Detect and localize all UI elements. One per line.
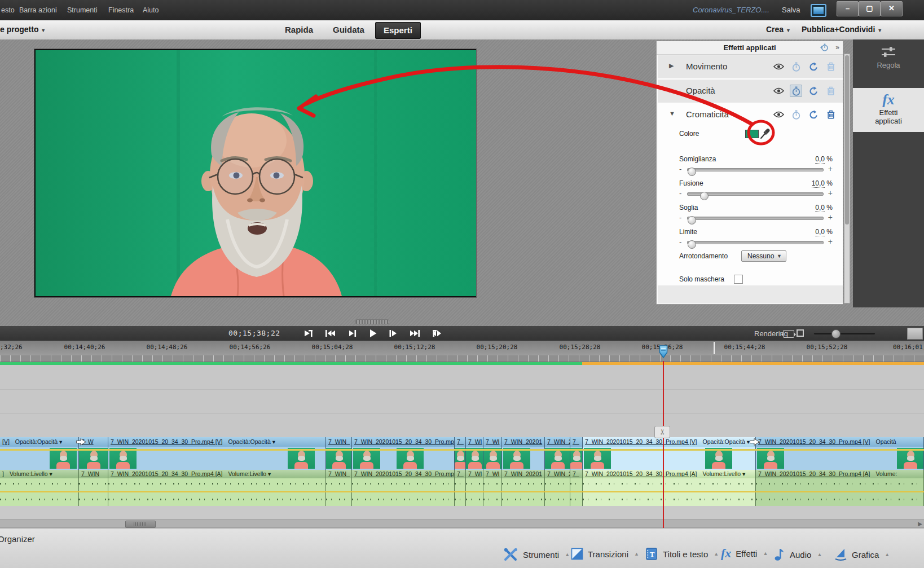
clip-property-dropdown[interactable]: Opacità:Opacità ▾ (702, 438, 749, 445)
audio-clip-header[interactable]: 7_WIN_ (326, 470, 351, 478)
video-clip[interactable]: 7_WI (483, 437, 502, 470)
effect-row-cromaticita[interactable]: ▼ Cromaticità (658, 103, 843, 127)
video-clip[interactable]: 7_WIN_20201015_20_34_30_Pro.mp4 [V]Opaci… (108, 437, 326, 470)
slider-knob[interactable] (688, 168, 696, 176)
play-button[interactable] (364, 328, 381, 339)
menu-finestra[interactable]: Finestra (108, 6, 134, 14)
audio-clip-header[interactable]: 7_WIN_20201015_20_34_30_Pro.mp4 [A]Volum… (108, 470, 325, 478)
timeline-options-button[interactable] (907, 328, 923, 340)
menu-barra-azioni[interactable]: Barra azioni (19, 6, 57, 14)
increment[interactable]: + (828, 237, 833, 246)
organizer-button[interactable]: Organizer (0, 534, 35, 544)
reset-icon[interactable] (807, 85, 820, 97)
decrement[interactable]: - (679, 213, 681, 222)
video-clip[interactable]: 7_WIN_20201015_20_34_30_Pro.mp4 [V]Opaci… (583, 437, 756, 470)
slider-knob[interactable] (688, 240, 696, 249)
limite-slider[interactable]: - + (679, 237, 833, 246)
effect-row-opacita[interactable]: ▶ Opacità (658, 80, 843, 104)
video-clip[interactable]: 7_WIN_ (326, 437, 352, 470)
video-clip[interactable]: 7_ (455, 437, 466, 470)
volume-rubber-band[interactable] (0, 491, 924, 492)
current-timecode[interactable]: 00;15;38;22 (228, 329, 280, 337)
video-clip[interactable]: 7_WIN_20201015_20_34_30_Pro.mp (352, 437, 455, 470)
delete-trash-icon[interactable] (825, 60, 837, 73)
expand-triangle-icon[interactable]: ▶ (669, 86, 674, 94)
sidebar-item-effetti-applicati[interactable]: fx Effetti applicati (853, 88, 924, 132)
video-clip-header[interactable]: 7_ (455, 437, 465, 447)
video-clip-header[interactable]: 7_WIN_20201015_20_34_30_Pro.mp4 [V]Opaci… (583, 437, 755, 447)
decrement[interactable]: - (679, 165, 681, 173)
go-to-in-point-button[interactable] (300, 328, 317, 339)
audio-clip[interactable]: 7_WIN_20201015_20_34_30_Pro.mp4 [A]Volum… (756, 470, 924, 506)
visibility-eye-icon[interactable] (772, 108, 785, 121)
eyedropper-icon[interactable] (759, 126, 772, 142)
effect-row-movimento[interactable]: ▶ Movimento (658, 55, 843, 80)
video-clip-header[interactable]: 7_WI (483, 437, 501, 447)
audio-clip[interactable]: 7_WIN_2 (545, 470, 570, 506)
audio-clip[interactable]: 7_WI (483, 470, 502, 506)
menu-strumenti[interactable]: Strumenti (67, 6, 98, 14)
current-time-indicator[interactable] (659, 345, 668, 361)
audio-clip[interactable]: 7_WI (466, 470, 483, 506)
audio-clip[interactable]: 7_WIN_20201015_20_34_30_Pro.mp (352, 470, 455, 506)
empty-track-area[interactable] (0, 365, 924, 437)
maximize-button[interactable]: ▢ (859, 1, 881, 16)
increment[interactable]: + (828, 213, 833, 222)
tab-rapida[interactable]: Rapida (285, 25, 313, 34)
go-to-out-point-button[interactable] (428, 328, 445, 339)
decrement[interactable]: - (679, 189, 681, 197)
video-clip-header[interactable]: [V]Opacità:Opacità ▾ (0, 437, 78, 447)
menu-aiuto[interactable]: Aiuto (143, 6, 159, 14)
video-clip[interactable]: [V]Opacità:Opacità ▾ (0, 437, 79, 470)
tab-esperti[interactable]: Esperti (375, 22, 421, 39)
visibility-eye-icon[interactable] (772, 60, 785, 73)
previous-clip-button[interactable] (322, 328, 339, 339)
audio-clip-header[interactable]: 7_ (455, 470, 465, 478)
audio-clip[interactable]: 7_ (455, 470, 466, 506)
decrement[interactable]: - (679, 237, 681, 246)
collapse-triangle-icon[interactable]: ▼ (669, 110, 675, 117)
opacity-rubber-band[interactable] (0, 449, 924, 451)
reset-icon[interactable] (807, 60, 820, 73)
zoom-slider-knob[interactable] (831, 329, 841, 338)
action-strumenti[interactable]: Strumenti▲ (504, 548, 570, 561)
clip-property-dropdown[interactable]: Volume:Livello ▾ (228, 470, 271, 477)
minimize-button[interactable]: – (837, 1, 859, 16)
video-clip-header[interactable]: 7_WIN_20201015_20_34_30_Pro.mp4 [V]Opaci… (108, 437, 325, 447)
split-clip-scissors-icon[interactable]: ✂ (654, 426, 670, 438)
panel-resize-grip[interactable] (355, 319, 389, 324)
next-clip-button[interactable] (406, 328, 423, 339)
stopwatch-icon[interactable] (790, 108, 802, 121)
clip-property-dropdown[interactable]: Volume:Livello ▾ (702, 470, 745, 477)
increment[interactable]: + (828, 188, 833, 197)
clip-property-dropdown[interactable]: Volume:Livello ▾ (10, 470, 52, 477)
param-value[interactable]: 0,0 % (815, 155, 833, 163)
fusione-slider[interactable]: - + (679, 189, 833, 198)
audio-clip[interactable]: 7_WIN_20201015_20_34_30_Pro.mp4 [A]Volum… (583, 470, 756, 506)
audio-clip-header[interactable]: 7_WIN_20201015_20_34_30_Pro.mp (352, 470, 454, 478)
video-clip-header[interactable]: 7_WIN_20201015_20_34_30_Pro.mp4 [V]Opaci… (756, 437, 923, 447)
audio-clip-header[interactable]: 7_ (570, 470, 582, 478)
playhead-line[interactable] (663, 361, 664, 528)
video-clip[interactable]: 7_WIN_2 (545, 437, 570, 470)
action-audio[interactable]: Audio▲ (774, 548, 822, 561)
video-clip-header[interactable]: 7_WIN_ (326, 437, 351, 447)
sidebar-item-regola[interactable]: Regola (853, 45, 924, 87)
expand-triangle-icon[interactable]: ▶ (669, 62, 674, 69)
zoom-reset-icon[interactable] (797, 329, 804, 337)
stopwatch-icon-active[interactable] (790, 85, 802, 97)
soglia-slider[interactable]: - + (679, 213, 833, 222)
clip-property-dropdown[interactable]: Opacità:Opacità ▾ (15, 438, 62, 445)
toggle-animation-stopwatch-icon[interactable] (819, 43, 828, 54)
preview-monitor[interactable] (34, 49, 477, 298)
crea-dropdown[interactable]: Crea ▼ (766, 25, 791, 34)
audio-clip[interactable]: 7_WIN_ (326, 470, 352, 506)
increment[interactable]: + (828, 164, 833, 173)
panel-menu-icon[interactable]: » (835, 43, 839, 51)
audio-clip[interactable]: 7_WIN_20201 (502, 470, 545, 506)
scrollbar-handle[interactable] (125, 521, 156, 528)
project-assets-dropdown[interactable]: e progetto ▼ (0, 25, 46, 34)
solo-maschera-checkbox[interactable] (734, 275, 743, 284)
clip-property-dropdown[interactable]: Opacità (875, 438, 896, 445)
action-grafica[interactable]: Grafica▲ (834, 548, 890, 561)
